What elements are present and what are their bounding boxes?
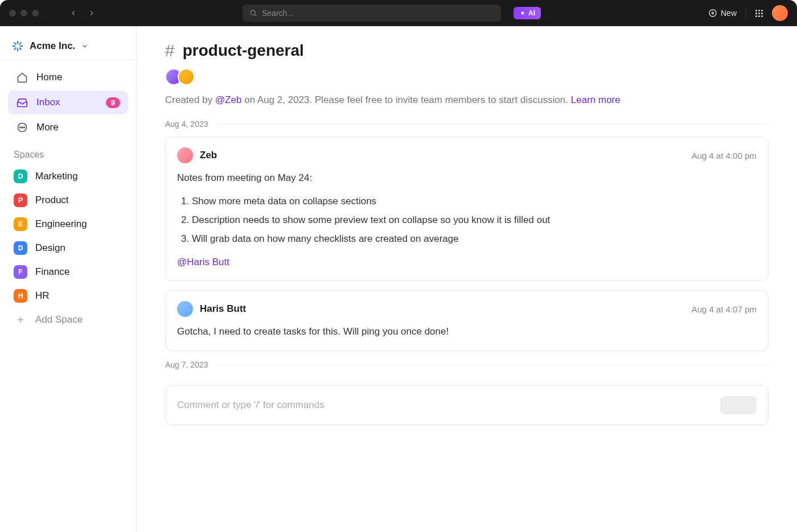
date-divider: Aug 7, 2023 [165,360,769,369]
user-avatar[interactable] [772,5,788,21]
space-label: Engineering [35,218,87,230]
svg-point-1 [521,12,524,15]
topbar: Search... AI New [0,0,797,26]
space-item[interactable]: HHR [0,284,136,308]
nav-label: Inbox [36,97,60,108]
channel-title: product-general [183,42,304,60]
search-icon [249,9,257,17]
add-space-label: Add Space [35,314,83,325]
svg-point-6 [24,127,25,128]
main-content: # product-general Created by @Zeb on Aug… [137,26,797,532]
send-button[interactable] [720,396,757,414]
date-label: Aug 4, 2023 [165,119,208,129]
message-time: Aug 4 at 4:00 pm [692,151,757,160]
ai-label: AI [528,9,535,17]
message-author: Zeb [200,150,217,161]
space-label: Design [35,242,65,254]
space-badge: D [14,170,27,183]
add-space-button[interactable]: Add Space [0,308,136,332]
inbox-icon [16,96,28,109]
channel-description: Created by @Zeb on Aug 2, 2023. Please f… [165,94,769,106]
workspace-name: Acme Inc. [30,40,75,52]
message-time: Aug 4 at 4:07 pm [692,304,757,314]
sidebar-item-home[interactable]: Home [8,65,128,89]
ai-button[interactable]: AI [513,7,541,19]
meta-text: on Aug 2, 2023. Please feel free to invi… [241,94,570,105]
svg-point-0 [250,10,255,15]
message-body: Notes from meeting on May 24: Show more … [177,170,757,270]
hash-icon: # [165,41,175,60]
badge: 9 [106,97,120,108]
search-input[interactable]: Search... [243,5,501,22]
user-mention[interactable]: @Haris Butt [177,257,229,267]
sidebar-item-inbox[interactable]: Inbox9 [8,90,128,114]
apps-icon[interactable] [755,10,763,17]
message-author: Haris Butt [200,303,246,315]
space-item[interactable]: EEngineering [0,212,136,236]
spaces-header: Spaces [0,141,136,164]
date-divider: Aug 4, 2023 [165,119,769,129]
svg-point-4 [20,127,21,128]
message-text: Notes from meeting on May 24: [177,170,757,187]
message-body: Gotcha, I need to create tasks for this.… [177,324,757,340]
space-badge: E [14,217,27,231]
comment-input[interactable] [177,399,720,411]
plus-circle-icon [708,9,717,18]
list-item: Description needs to show some preview t… [192,211,757,230]
avatar[interactable] [177,301,193,317]
new-button[interactable]: New [708,9,737,18]
channel-header: # product-general [165,41,769,60]
avatar[interactable] [177,147,193,163]
space-label: Finance [35,266,69,278]
space-label: Marketing [35,171,78,182]
plus-icon [14,313,27,327]
divider [746,7,746,19]
member-avatars[interactable] [165,68,769,85]
nav-forward-button[interactable] [85,7,98,19]
workspace-logo-icon [11,40,24,52]
space-badge: H [14,289,27,303]
nav-label: More [36,122,59,133]
space-item[interactable]: FFinance [0,260,136,284]
space-badge: D [14,241,27,255]
author-mention[interactable]: @Zeb [215,94,242,105]
message[interactable]: Zeb Aug 4 at 4:00 pm Notes from meeting … [165,137,769,281]
sidebar: Acme Inc. HomeInbox9More Spaces DMarketi… [0,26,137,532]
list-item: Show more meta data on collapse sections [192,192,757,211]
search-placeholder: Search... [262,9,294,18]
message[interactable]: Haris Butt Aug 4 at 4:07 pm Gotcha, I ne… [165,290,769,351]
space-item[interactable]: DDesign [0,236,136,260]
new-label: New [721,9,737,18]
date-label: Aug 7, 2023 [165,360,208,369]
window-controls[interactable] [9,10,39,17]
comment-box [165,385,769,425]
meta-text: Created by [165,94,215,105]
list-item: Will grab data on how many checklists ar… [192,230,757,249]
space-item[interactable]: PProduct [0,188,136,212]
nav-back-button[interactable] [67,7,80,19]
sidebar-item-more[interactable]: More [8,116,128,139]
learn-more-link[interactable]: Learn more [571,94,621,105]
avatar[interactable] [178,68,195,85]
space-label: HR [35,290,50,302]
space-badge: F [14,265,27,279]
space-item[interactable]: DMarketing [0,164,136,188]
sparkle-icon [519,10,526,17]
chevron-down-icon [81,42,89,50]
home-icon [16,71,28,84]
svg-point-5 [22,127,23,128]
workspace-selector[interactable]: Acme Inc. [0,33,136,60]
more-icon [16,121,28,134]
nav-label: Home [36,72,62,83]
space-badge: P [14,193,27,207]
space-label: Product [35,195,69,206]
